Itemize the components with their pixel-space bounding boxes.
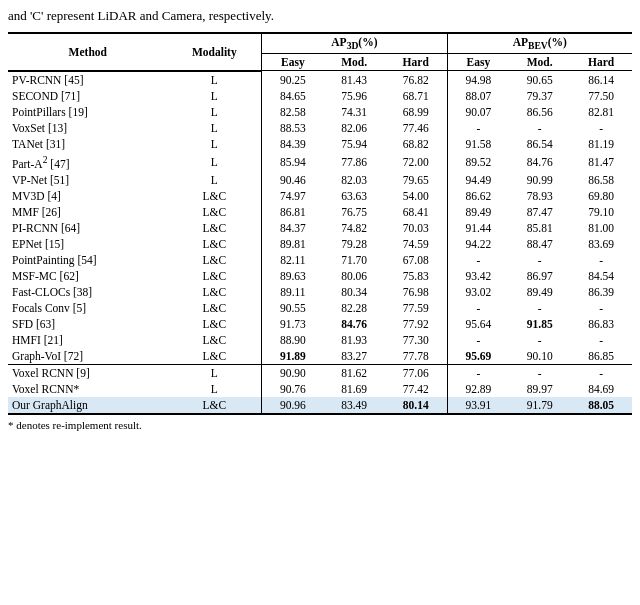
value-cell: 86.58: [570, 172, 632, 188]
value-cell: 89.49: [447, 204, 509, 220]
ap3d-mod-header: Mod.: [324, 54, 385, 71]
value-cell: 84.65: [262, 88, 324, 104]
modality-cell: L&C: [168, 348, 262, 365]
table-row: MV3D [4]L&C74.9763.6354.0086.6278.9369.8…: [8, 188, 632, 204]
modality-cell: L: [168, 381, 262, 397]
value-cell: -: [509, 332, 570, 348]
value-cell: -: [447, 332, 509, 348]
table-row: Fast-CLOCs [38]L&C89.1180.3476.9893.0289…: [8, 284, 632, 300]
value-cell: 86.62: [447, 188, 509, 204]
value-cell: 68.41: [385, 204, 448, 220]
method-cell: MSF-MC [62]: [8, 268, 168, 284]
value-cell: 81.19: [570, 136, 632, 152]
value-cell: 88.05: [570, 397, 632, 414]
value-cell: 86.56: [509, 104, 570, 120]
modality-cell: L: [168, 364, 262, 381]
table-row: SFD [63]L&C91.7384.7677.9295.6491.8586.8…: [8, 316, 632, 332]
value-cell: 82.81: [570, 104, 632, 120]
modality-cell: L&C: [168, 204, 262, 220]
value-cell: 90.46: [262, 172, 324, 188]
value-cell: 90.90: [262, 364, 324, 381]
value-cell: 71.70: [324, 252, 385, 268]
modality-cell: L: [168, 136, 262, 152]
modality-cell: L&C: [168, 316, 262, 332]
value-cell: 90.55: [262, 300, 324, 316]
value-cell: 72.00: [385, 152, 448, 172]
footnote-text: * denotes re-implement result.: [8, 419, 632, 431]
value-cell: 81.47: [570, 152, 632, 172]
value-cell: 67.08: [385, 252, 448, 268]
modality-cell: L&C: [168, 397, 262, 414]
modality-cell: L&C: [168, 284, 262, 300]
value-cell: -: [447, 364, 509, 381]
modality-cell: L: [168, 152, 262, 172]
value-cell: 74.59: [385, 236, 448, 252]
method-cell: TANet [31]: [8, 136, 168, 152]
method-cell: PointPillars [19]: [8, 104, 168, 120]
table-row: Focals Conv [5]L&C90.5582.2877.59---: [8, 300, 632, 316]
value-cell: 76.98: [385, 284, 448, 300]
value-cell: 91.73: [262, 316, 324, 332]
modality-cell: L&C: [168, 236, 262, 252]
table-row: EPNet [15]L&C89.8179.2874.5994.2288.4783…: [8, 236, 632, 252]
value-cell: 90.76: [262, 381, 324, 397]
value-cell: 77.86: [324, 152, 385, 172]
value-cell: 68.71: [385, 88, 448, 104]
value-cell: 82.11: [262, 252, 324, 268]
value-cell: 54.00: [385, 188, 448, 204]
value-cell: 88.53: [262, 120, 324, 136]
value-cell: 90.96: [262, 397, 324, 414]
value-cell: 84.76: [509, 152, 570, 172]
value-cell: 68.82: [385, 136, 448, 152]
ap3d-header: AP3D(%): [262, 33, 448, 54]
results-table: Method Modality AP3D(%) APBEV(%) Easy Mo…: [8, 32, 632, 415]
value-cell: 79.10: [570, 204, 632, 220]
modality-cell: L&C: [168, 332, 262, 348]
table-row: PV-RCNN [45]L90.2581.4376.8294.9890.6586…: [8, 71, 632, 88]
table-row: MSF-MC [62]L&C89.6380.0675.8393.4286.978…: [8, 268, 632, 284]
value-cell: 81.62: [324, 364, 385, 381]
comparison-table-container: Method Modality AP3D(%) APBEV(%) Easy Mo…: [8, 32, 632, 431]
value-cell: 90.65: [509, 71, 570, 88]
table-row: MMF [26]L&C86.8176.7568.4189.4987.4779.1…: [8, 204, 632, 220]
value-cell: 81.43: [324, 71, 385, 88]
value-cell: 75.94: [324, 136, 385, 152]
value-cell: 89.97: [509, 381, 570, 397]
value-cell: 74.82: [324, 220, 385, 236]
value-cell: 83.69: [570, 236, 632, 252]
value-cell: 89.81: [262, 236, 324, 252]
value-cell: -: [570, 332, 632, 348]
method-cell: Part-A2 [47]: [8, 152, 168, 172]
modality-cell: L&C: [168, 252, 262, 268]
table-row: Voxel RCNN*L90.7681.6977.4292.8989.9784.…: [8, 381, 632, 397]
method-cell: SECOND [71]: [8, 88, 168, 104]
table-row: PI-RCNN [64]L&C84.3774.8270.0391.4485.81…: [8, 220, 632, 236]
value-cell: 77.78: [385, 348, 448, 365]
method-cell: VP-Net [51]: [8, 172, 168, 188]
table-row: PointPainting [54]L&C82.1171.7067.08---: [8, 252, 632, 268]
ap3d-easy-header: Easy: [262, 54, 324, 71]
value-cell: 84.69: [570, 381, 632, 397]
table-row: PointPillars [19]L82.5874.3168.9990.0786…: [8, 104, 632, 120]
modality-cell: L&C: [168, 300, 262, 316]
value-cell: 95.64: [447, 316, 509, 332]
modality-cell: L: [168, 104, 262, 120]
method-cell: SFD [63]: [8, 316, 168, 332]
value-cell: 94.22: [447, 236, 509, 252]
method-cell: MMF [26]: [8, 204, 168, 220]
value-cell: 76.82: [385, 71, 448, 88]
value-cell: 91.58: [447, 136, 509, 152]
value-cell: 89.11: [262, 284, 324, 300]
value-cell: 74.97: [262, 188, 324, 204]
value-cell: 84.37: [262, 220, 324, 236]
modality-cell: L&C: [168, 188, 262, 204]
value-cell: 88.47: [509, 236, 570, 252]
value-cell: 77.92: [385, 316, 448, 332]
table-row: Part-A2 [47]L85.9477.8672.0089.5284.7681…: [8, 152, 632, 172]
value-cell: 74.31: [324, 104, 385, 120]
table-row: TANet [31]L84.3975.9468.8291.5886.5481.1…: [8, 136, 632, 152]
value-cell: 82.58: [262, 104, 324, 120]
method-cell: MV3D [4]: [8, 188, 168, 204]
modality-cell: L&C: [168, 220, 262, 236]
value-cell: -: [509, 120, 570, 136]
